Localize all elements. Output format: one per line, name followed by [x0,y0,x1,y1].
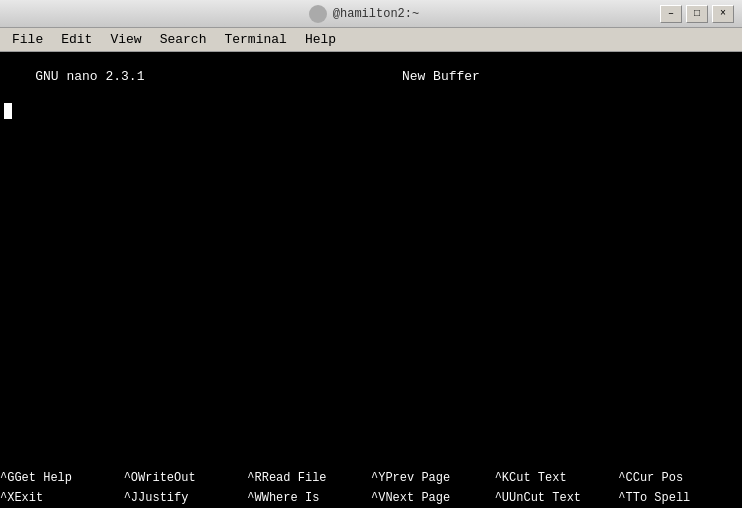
shortcut-key-g: ^G [0,471,14,485]
shortcut-label-justify: Justify [138,491,188,505]
editor-header: GNU nano 2.3.1 New Buffer [0,52,742,101]
maximize-button[interactable]: □ [686,5,708,23]
shortcut-key-o: ^O [124,471,138,485]
shortcut-label-where-is: Where Is [262,491,320,505]
minimize-button[interactable]: – [660,5,682,23]
shortcut-uncut-text: ^U UnCut Text [495,488,619,508]
shortcut-writeout: ^O WriteOut [124,468,248,488]
menu-view[interactable]: View [102,30,149,49]
shortcut-key-u: ^U [495,491,509,505]
shortcuts-bar: ^G Get Help ^O WriteOut ^R Read File ^Y … [0,468,742,508]
title-bar: @hamilton2:~ – □ × [0,0,742,28]
title-bar-controls: – □ × [660,5,734,23]
shortcut-label-uncut-text: UnCut Text [509,491,581,505]
editor-container: GNU nano 2.3.1 New Buffer ^G Get Help ^O… [0,52,742,508]
shortcut-label-prev-page: Prev Page [385,471,450,485]
shortcut-read-file: ^R Read File [247,468,371,488]
shortcut-to-spell: ^T To Spell [618,488,742,508]
editor-buffer-name: New Buffer [402,69,480,84]
shortcuts-row-1: ^G Get Help ^O WriteOut ^R Read File ^Y … [0,468,742,488]
menu-terminal[interactable]: Terminal [216,30,294,49]
shortcut-justify: ^J Justify [124,488,248,508]
menu-help[interactable]: Help [297,30,344,49]
menu-edit[interactable]: Edit [53,30,100,49]
cursor-line [4,103,738,119]
editor-header-spacer [144,69,401,84]
shortcut-label-read-file: Read File [262,471,327,485]
shortcut-key-w: ^W [247,491,261,505]
shortcut-prev-page: ^Y Prev Page [371,468,495,488]
close-button[interactable]: × [712,5,734,23]
menu-bar: File Edit View Search Terminal Help [0,28,742,52]
shortcuts-row-2: ^X Exit ^J Justify ^W Where Is ^V Next P… [0,488,742,508]
shortcut-key-v: ^V [371,491,385,505]
shortcut-next-page: ^V Next Page [371,488,495,508]
shortcut-exit: ^X Exit [0,488,124,508]
shortcut-get-help: ^G Get Help [0,468,124,488]
shortcut-label-to-spell: To Spell [633,491,691,505]
shortcut-cut-text: ^K Cut Text [495,468,619,488]
title-bar-center: @hamilton2:~ [309,5,419,23]
menu-search[interactable]: Search [152,30,215,49]
shortcut-key-y: ^Y [371,471,385,485]
shortcut-where-is: ^W Where Is [247,488,371,508]
shortcut-label-cur-pos: Cur Pos [633,471,683,485]
shortcut-label-cut-text: Cut Text [509,471,567,485]
shortcut-label-writeout: WriteOut [138,471,196,485]
shortcut-key-r: ^R [247,471,261,485]
shortcut-label-next-page: Next Page [385,491,450,505]
editor-app-name: GNU nano 2.3.1 [35,69,144,84]
avatar [309,5,327,23]
shortcut-key-x: ^X [0,491,14,505]
shortcut-key-k: ^K [495,471,509,485]
shortcut-key-t: ^T [618,491,632,505]
editor-body[interactable] [0,101,742,468]
title-text: @hamilton2:~ [333,7,419,21]
shortcut-label-get-help: Get Help [14,471,72,485]
text-cursor [4,103,12,119]
shortcut-key-c: ^C [618,471,632,485]
shortcut-cur-pos: ^C Cur Pos [618,468,742,488]
menu-file[interactable]: File [4,30,51,49]
shortcut-label-exit: Exit [14,491,43,505]
shortcut-key-j: ^J [124,491,138,505]
